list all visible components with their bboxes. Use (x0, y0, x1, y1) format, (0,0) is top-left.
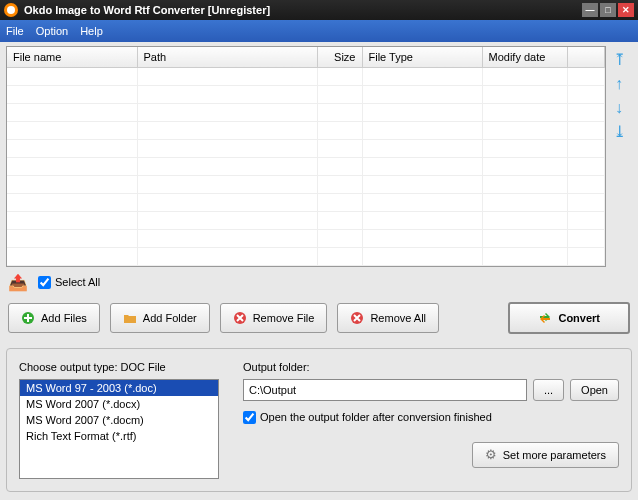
col-filename[interactable]: File name (7, 47, 137, 67)
app-icon (4, 3, 18, 17)
table-row[interactable] (7, 211, 605, 229)
app-window: Okdo Image to Word Rtf Converter [Unregi… (0, 0, 638, 500)
folder-up-icon[interactable]: 📤 (8, 273, 28, 292)
browse-button[interactable]: ... (533, 379, 564, 401)
remove-file-label: Remove File (253, 312, 315, 324)
window-title: Okdo Image to Word Rtf Converter [Unregi… (24, 4, 270, 16)
open-output-checkbox[interactable] (243, 411, 256, 424)
format-listbox[interactable]: MS Word 97 - 2003 (*.doc) MS Word 2007 (… (19, 379, 219, 479)
table-row[interactable] (7, 247, 605, 265)
remove-all-label: Remove All (370, 312, 426, 324)
table-body (7, 67, 605, 265)
list-item[interactable]: MS Word 2007 (*.docm) (20, 412, 218, 428)
table-row[interactable] (7, 157, 605, 175)
add-files-label: Add Files (41, 312, 87, 324)
table-row[interactable] (7, 67, 605, 85)
move-up-icon[interactable]: ↑ (615, 76, 623, 92)
menu-file[interactable]: File (6, 25, 24, 37)
list-item[interactable]: Rich Text Format (*.rtf) (20, 428, 218, 444)
open-output-label: Open the output folder after conversion … (260, 411, 492, 423)
list-item[interactable] (20, 444, 218, 460)
remove-icon (233, 311, 247, 325)
add-folder-label: Add Folder (143, 312, 197, 324)
content-area: File name Path Size File Type Modify dat… (0, 42, 638, 500)
remove-all-button[interactable]: Remove All (337, 303, 439, 333)
titlebar[interactable]: Okdo Image to Word Rtf Converter [Unregi… (0, 0, 638, 20)
folder-icon (123, 311, 137, 325)
table-row[interactable] (7, 121, 605, 139)
table-row[interactable] (7, 175, 605, 193)
convert-button[interactable]: Convert (508, 302, 630, 334)
list-item[interactable]: MS Word 2007 (*.docx) (20, 396, 218, 412)
convert-icon (538, 311, 552, 325)
col-path[interactable]: Path (137, 47, 317, 67)
plus-icon (21, 311, 35, 325)
move-top-icon[interactable]: ⤒ (613, 52, 626, 68)
table-row[interactable] (7, 103, 605, 121)
output-type-label: Choose output type: DOC File (19, 361, 219, 373)
set-more-parameters-button[interactable]: ⚙ Set more parameters (472, 442, 619, 468)
menu-option[interactable]: Option (36, 25, 68, 37)
table-row[interactable] (7, 139, 605, 157)
move-bottom-icon[interactable]: ⤓ (613, 124, 626, 140)
add-folder-button[interactable]: Add Folder (110, 303, 210, 333)
list-item[interactable] (20, 460, 218, 476)
menubar: File Option Help (0, 20, 638, 42)
set-more-label: Set more parameters (503, 449, 606, 461)
side-tools: ⤒ ↑ ↓ ⤓ (606, 46, 632, 267)
output-folder-label: Output folder: (243, 361, 619, 373)
remove-all-icon (350, 311, 364, 325)
minimize-button[interactable]: — (582, 3, 598, 17)
table-row[interactable] (7, 85, 605, 103)
table-row[interactable] (7, 229, 605, 247)
output-folder-input[interactable] (243, 379, 527, 401)
convert-label: Convert (558, 312, 600, 324)
col-size[interactable]: Size (317, 47, 362, 67)
col-filetype[interactable]: File Type (362, 47, 482, 67)
gear-icon: ⚙ (485, 447, 497, 462)
menu-help[interactable]: Help (80, 25, 103, 37)
maximize-button[interactable]: □ (600, 3, 616, 17)
list-item[interactable]: MS Word 97 - 2003 (*.doc) (20, 380, 218, 396)
lower-panel: Choose output type: DOC File MS Word 97 … (6, 348, 632, 492)
move-down-icon[interactable]: ↓ (615, 100, 623, 116)
remove-file-button[interactable]: Remove File (220, 303, 328, 333)
col-spacer (567, 47, 605, 67)
select-all-label: Select All (55, 276, 100, 288)
add-files-button[interactable]: Add Files (8, 303, 100, 333)
select-all-checkbox[interactable] (38, 276, 51, 289)
table-row[interactable] (7, 193, 605, 211)
close-button[interactable]: ✕ (618, 3, 634, 17)
col-modify[interactable]: Modify date (482, 47, 567, 67)
open-button[interactable]: Open (570, 379, 619, 401)
file-table[interactable]: File name Path Size File Type Modify dat… (6, 46, 606, 267)
